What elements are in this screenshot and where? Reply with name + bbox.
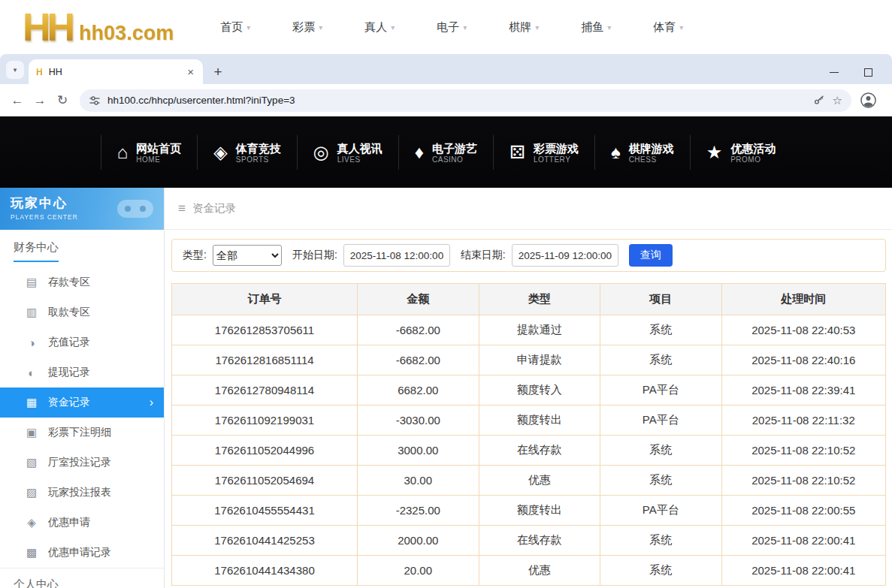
sidebar-item-funds-record[interactable]: ▦ 资金记录 › (0, 387, 164, 418)
project-cell: 系统 (600, 556, 722, 586)
bookmark-star-icon[interactable]: ☆ (833, 94, 842, 107)
time-cell: 2025-11-08 22:40:53 (721, 315, 886, 345)
main-nav-subtitle: LOTTERY (534, 155, 579, 164)
close-tab-icon[interactable]: × (186, 65, 195, 78)
back-button[interactable]: ← (6, 89, 29, 112)
order-id-cell: 1762612853705611 (172, 315, 358, 345)
chevron-down-icon: ▾ (607, 23, 611, 32)
gamepad-icon (113, 195, 158, 222)
sidebar-item-player-bet-report[interactable]: ▨ 玩家投注报表 › (0, 478, 164, 508)
top-nav-item-label: 棋牌 (509, 20, 531, 35)
chevron-down-icon: ▾ (463, 23, 467, 32)
project-cell: 系统 (600, 466, 722, 496)
forward-button[interactable]: → (29, 89, 51, 112)
project-cell: PA平台 (600, 375, 722, 406)
order-id-cell: 1762612780948114 (172, 375, 358, 406)
funds-record-table: 订单号 金额 类型 项目 处理时间 1762612853705611 (171, 283, 886, 586)
tab-title: HH (49, 67, 180, 77)
top-nav-item[interactable]: 首页 ▾ (220, 20, 250, 35)
start-date-input[interactable] (343, 244, 450, 267)
top-nav-item[interactable]: 真人 ▾ (364, 20, 395, 35)
sidebar-item-label: 彩票下注明细 (48, 426, 111, 439)
home-icon: ⌂ (117, 142, 129, 163)
top-nav-item[interactable]: 捕鱼 ▾ (581, 20, 611, 35)
search-button[interactable]: 查询 (629, 244, 673, 267)
withdraw-icon: ▥ (26, 306, 38, 319)
top-nav-item[interactable]: 彩票 ▾ (292, 20, 322, 35)
main-content: ≡ 资金记录 类型: 全部 开始日期: 结束日期: 查询 订单号 (165, 188, 892, 588)
end-date-input[interactable] (512, 244, 618, 267)
table-row: 1762610455554431 -2325.00 额度转出 PA平台 2025… (172, 496, 886, 526)
sidebar-item-label: 优惠申请记录 (48, 546, 111, 559)
sidebar-item-withdraw-record[interactable]: ◐ 提现记录 › (0, 357, 164, 387)
sidebar-item-label: 提现记录 (48, 366, 90, 379)
sidebar-item-lottery-bet-detail[interactable]: ▣ 彩票下注明细 › (0, 418, 164, 448)
main-nav-item[interactable]: ♠ 棋牌游戏 CHESS (594, 135, 690, 170)
sidebar-item-promo-apply-record[interactable]: ▩ 优惠申请记录 › (0, 538, 164, 568)
sports-icon: ◈ (213, 142, 227, 163)
tab-search-button[interactable]: ▾ (6, 61, 24, 79)
site-info-tune-icon[interactable] (89, 95, 101, 107)
order-id-cell: 1762611092199031 (172, 406, 358, 436)
main-nav-title: 彩票游戏 (534, 141, 579, 155)
project-cell: 系统 (600, 345, 722, 375)
address-bar[interactable]: hh100.cc/hhcp/usercenter.html?iniType=3 … (80, 89, 851, 112)
sidebar-item-deposit-zone[interactable]: ▤ 存款专区 › (0, 267, 164, 297)
type-cell: 在线存款 (479, 526, 600, 556)
deposit-icon: ▤ (26, 276, 38, 289)
time-cell: 2025-11-08 22:00:55 (721, 496, 886, 526)
top-nav-item-label: 彩票 (292, 20, 315, 35)
project-cell: PA平台 (600, 496, 722, 526)
sidebar-item-withdraw-zone[interactable]: ▥ 取款专区 › (0, 297, 164, 327)
table-row: 1762611052054694 30.00 优惠 系统 2025-11-08 … (172, 466, 886, 496)
table-header-cell: 类型 (479, 284, 600, 315)
chevron-down-icon: ▾ (246, 23, 250, 32)
sidebar-item-recharge-record[interactable]: ◑ 充值记录 › (0, 327, 164, 357)
main-nav-item[interactable]: ★ 优惠活动 PROMO (690, 135, 792, 170)
hamburger-icon[interactable]: ≡ (178, 201, 186, 216)
maximize-button[interactable] (864, 68, 872, 77)
main-nav-title: 电子游艺 (432, 141, 477, 155)
project-cell: 系统 (600, 436, 722, 466)
chevron-right-icon: › (150, 396, 153, 409)
reload-button[interactable]: ↻ (51, 89, 74, 112)
top-nav-item-label: 电子 (437, 20, 459, 35)
main-nav-item[interactable]: ⚄ 彩票游戏 LOTTERY (493, 135, 594, 170)
start-date-label: 开始日期: (292, 249, 337, 262)
sidebar-item-label: 资金记录 (48, 396, 90, 409)
password-key-icon[interactable] (813, 94, 826, 107)
main-nav-title: 体育竞技 (236, 141, 281, 155)
type-cell: 额度转入 (479, 375, 600, 406)
type-select[interactable]: 全部 (213, 245, 282, 266)
sidebar-item-label: 优惠申请 (48, 516, 90, 529)
funds-record-icon: ▦ (26, 396, 38, 409)
top-nav-item[interactable]: 棋牌 ▾ (509, 20, 539, 35)
main-nav-item[interactable]: ⌂ 网站首页 HOME (101, 135, 198, 170)
profile-avatar-icon[interactable] (857, 90, 878, 111)
type-cell: 申请提款 (479, 345, 600, 375)
chevron-down-icon: ▾ (391, 23, 395, 32)
amount-cell: 6682.00 (358, 375, 479, 406)
main-nav-item[interactable]: ◎ 真人视讯 LIVES (297, 135, 398, 170)
minimize-button[interactable] (830, 72, 839, 73)
top-nav-item[interactable]: 体育 ▾ (653, 20, 683, 35)
promo-apply-icon: ◈ (26, 516, 38, 529)
main-nav-item[interactable]: ◈ 体育竞技 SPORTS (197, 135, 296, 170)
browser-tab[interactable]: H HH × (29, 59, 203, 84)
finance-section-label: 财务中心 (0, 230, 164, 267)
main-nav-item[interactable]: ♦ 电子游艺 CASINO (398, 135, 493, 170)
chess-icon: ♠ (611, 142, 621, 163)
filter-bar: 类型: 全部 开始日期: 结束日期: 查询 (171, 239, 886, 272)
new-tab-button[interactable]: + (207, 62, 228, 83)
end-date-label: 结束日期: (461, 249, 506, 262)
players-center-header: 玩家中心 PLAYERS CENTER (0, 188, 164, 230)
main-nav-title: 真人视讯 (337, 141, 383, 155)
table-header-cell: 处理时间 (721, 284, 886, 315)
site-logo[interactable]: HH hh03.com (23, 5, 174, 50)
sidebar-item-promo-apply[interactable]: ◈ 优惠申请 › (0, 508, 164, 538)
table-header-cell: 项目 (600, 284, 722, 315)
sidebar-item-room-bet-record[interactable]: ▧ 厅室投注记录 › (0, 448, 164, 478)
amount-cell: 3000.00 (358, 436, 479, 466)
top-nav-item[interactable]: 电子 ▾ (437, 20, 467, 35)
table-row: 1762612816851114 -6682.00 申请提款 系统 2025-1… (172, 345, 886, 375)
